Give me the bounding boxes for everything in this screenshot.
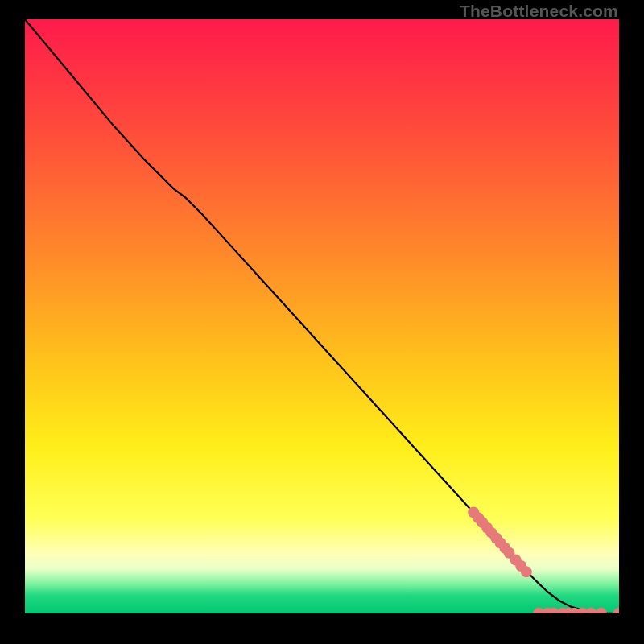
marker-point bbox=[613, 608, 619, 613]
chart-overlay bbox=[25, 19, 619, 613]
attribution-text: TheBottleneck.com bbox=[460, 2, 618, 21]
marker-point bbox=[521, 566, 532, 577]
bottleneck-markers bbox=[468, 507, 619, 613]
marker-point bbox=[596, 608, 607, 613]
bottleneck-curve bbox=[25, 19, 619, 613]
marker-point bbox=[585, 608, 597, 613]
plot-area bbox=[25, 19, 619, 613]
chart-frame: TheBottleneck.com bbox=[0, 0, 644, 644]
